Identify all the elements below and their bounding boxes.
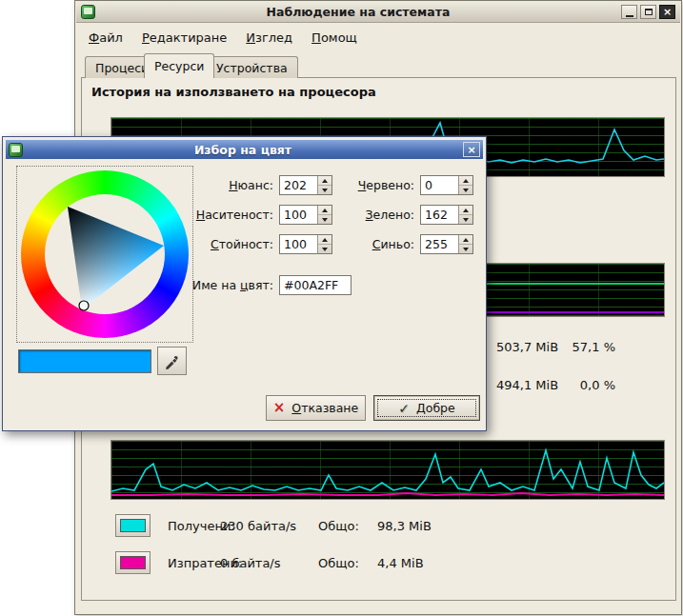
spin-up-icon[interactable] [459,176,472,185]
memory-used-percent: 57,1 % [573,340,615,354]
close-button[interactable]: × [659,5,675,19]
dialog-title: Избор на цвят [27,143,459,157]
current-color-preview [18,349,151,373]
blue-label: Синьо: [372,234,414,254]
sent-color-swatch [120,556,146,569]
blue-spinner[interactable]: 255 [420,234,473,254]
cancel-label: Отказване [291,401,358,415]
hue-label: Нюанс: [229,175,273,195]
network-sent-line [111,493,664,495]
red-value[interactable]: 0 [421,176,458,194]
green-spinner[interactable]: 162 [420,205,473,225]
dialog-titlebar[interactable]: Избор на цвят × [6,140,483,159]
green-value[interactable]: 162 [421,206,458,224]
red-spinner[interactable]: 0 [420,175,473,195]
window-title: Наблюдение на системата [99,5,617,19]
color-picker-dialog: Избор на цвят × [2,136,487,431]
spin-down-icon[interactable] [459,214,472,224]
sent-total: 4,4 MiB [377,556,424,570]
received-total: 98,3 MiB [377,519,432,533]
saturation-value[interactable]: 100 [280,206,317,224]
ok-check-icon: ✓ [398,402,410,415]
eyedropper-icon [164,353,180,369]
spin-down-icon[interactable] [318,185,331,194]
spin-up-icon[interactable] [459,206,472,214]
menu-edit[interactable]: Редактиране [142,30,227,45]
swap-used-percent: 0,0 % [580,378,615,392]
dialog-icon [9,143,23,157]
saturation-spinner[interactable]: 100 [279,205,332,225]
spin-up-icon[interactable] [318,235,331,244]
maximize-icon [645,9,653,15]
sent-total-label: Общо: [318,556,359,570]
hue-spinner[interactable]: 202 [279,175,332,195]
maximize-button[interactable] [640,5,656,19]
sent-rate: 0 байта/s [220,556,281,570]
value-label: Стойност: [211,234,273,254]
spin-down-icon[interactable] [459,185,472,194]
value-spinner[interactable]: 100 [279,234,332,254]
tab-resources[interactable]: Ресурси [144,53,214,78]
system-monitor-icon [81,5,95,19]
cancel-button[interactable]: × Отказване [266,395,366,421]
tab-devices[interactable]: Устройства [206,56,298,78]
spin-down-icon[interactable] [318,244,331,253]
color-name-input[interactable]: #00A2FF [279,275,352,295]
saturation-value-triangle[interactable] [21,170,189,338]
received-rate: 230 байта/s [220,519,296,533]
received-color-swatch [120,519,146,532]
menu-view[interactable]: Изглед [246,30,292,45]
network-history-chart [110,440,665,500]
hue-wheel[interactable] [16,166,193,343]
minimize-button[interactable] [621,5,637,19]
green-label: Зелено: [366,205,414,225]
ok-button[interactable]: ✓ Добре [373,395,480,421]
hue-value[interactable]: 202 [280,176,317,194]
spin-down-icon[interactable] [318,214,331,224]
menu-file[interactable]: Файл [89,30,123,45]
minimize-icon [626,15,633,17]
menu-help[interactable]: Помощ [311,30,357,45]
swap-used-value: 494,1 MiB [496,378,558,392]
cpu-section-heading: История на използването на процесора [91,85,376,99]
red-label: Червено: [358,175,414,195]
window-controls: × [621,5,675,19]
color-name-label: Име на цвят: [192,275,273,295]
eyedropper-button[interactable] [157,347,187,375]
window-titlebar[interactable]: Наблюдение на системата × [76,2,680,23]
spin-up-icon[interactable] [318,176,331,185]
spin-up-icon[interactable] [459,235,472,244]
memory-used-value: 503,7 MiB [496,340,558,354]
menubar: Файл Редактиране Изглед Помощ [77,26,679,49]
saturation-label: Наситеност: [196,205,273,225]
ok-label: Добре [416,401,455,415]
spin-up-icon[interactable] [318,206,331,214]
value-value[interactable]: 100 [280,235,317,253]
dialog-close-button[interactable]: × [463,142,480,157]
cancel-x-icon: × [273,401,286,415]
received-total-label: Общо: [318,519,359,533]
received-color-button[interactable] [115,514,151,537]
network-received-line [111,450,664,491]
blue-value[interactable]: 255 [421,235,458,253]
spin-down-icon[interactable] [459,244,472,253]
sent-color-button[interactable] [115,551,151,574]
